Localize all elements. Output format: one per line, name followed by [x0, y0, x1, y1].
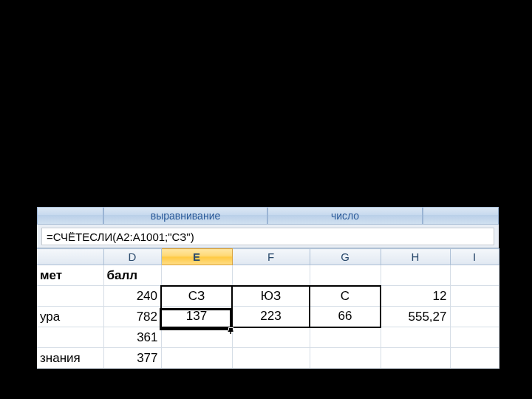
column-header-d[interactable]: D — [103, 249, 161, 265]
cell-g5[interactable] — [310, 348, 381, 369]
cell-g4[interactable] — [310, 327, 381, 348]
cell-c2[interactable] — [37, 286, 103, 307]
cell-g1[interactable] — [310, 265, 381, 286]
cell-h5[interactable] — [381, 348, 450, 369]
cell-e3[interactable]: 137 — [161, 307, 232, 327]
cell-e4[interactable] — [161, 327, 232, 348]
cell-h2[interactable]: 12 — [381, 286, 450, 307]
ribbon-group-number[interactable]: число — [267, 208, 423, 224]
cell-i5[interactable] — [450, 348, 499, 369]
spreadsheet-fragment: выравнивание число =СЧЁТЕСЛИ(A2:A1001;"С… — [37, 207, 499, 366]
cell-e2[interactable]: СЗ — [161, 286, 232, 307]
cell-g3[interactable]: 66 — [310, 307, 381, 327]
table-row: 361 — [37, 327, 499, 348]
table-row: мет балл — [37, 265, 499, 286]
cell-d4[interactable]: 361 — [103, 327, 161, 348]
cell-f1[interactable] — [232, 265, 310, 286]
ribbon-group-labels: выравнивание число — [37, 207, 499, 225]
column-headers: D E F G H I — [37, 249, 499, 265]
column-header-i[interactable]: I — [450, 249, 499, 265]
cell-i2[interactable] — [450, 286, 499, 307]
cell-i3[interactable] — [450, 307, 499, 327]
column-header-c[interactable] — [37, 249, 103, 265]
formula-input[interactable]: =СЧЁТЕСЛИ(A2:A1001;"СЗ") — [41, 228, 494, 245]
column-header-f[interactable]: F — [232, 249, 310, 265]
cell-d2[interactable]: 240 — [103, 286, 161, 307]
cell-f3[interactable]: 223 — [232, 307, 310, 327]
formula-bar: =СЧЁТЕСЛИ(A2:A1001;"СЗ") — [37, 225, 499, 248]
cells-grid[interactable]: D E F G H I мет балл 240 СЗ ЮЗ С 12 ура — [37, 248, 499, 369]
column-header-h[interactable]: H — [381, 249, 450, 265]
cell-f4[interactable] — [232, 327, 310, 348]
ribbon-group-styles[interactable] — [423, 208, 499, 224]
table-row: 240 СЗ ЮЗ С 12 — [37, 286, 499, 307]
cell-i4[interactable] — [450, 327, 499, 348]
cell-c1[interactable]: мет — [37, 265, 103, 286]
cell-g2[interactable]: С — [310, 286, 381, 307]
cell-c5[interactable]: знания — [37, 348, 103, 369]
ribbon-group-alignment[interactable]: выравнивание — [103, 208, 267, 224]
cell-e5[interactable] — [161, 348, 232, 369]
cell-f2[interactable]: ЮЗ — [232, 286, 310, 307]
cell-h1[interactable] — [381, 265, 450, 286]
cell-c3[interactable]: ура — [37, 307, 103, 327]
fill-cursor-icon: + — [228, 325, 233, 337]
column-header-g[interactable]: G — [310, 249, 381, 265]
table-row: ура 782 137 223 66 555,27 — [37, 307, 499, 327]
cell-d3[interactable]: 782 — [103, 307, 161, 327]
ribbon-group-font[interactable] — [37, 208, 103, 224]
cell-h4[interactable] — [381, 327, 450, 348]
cell-d5[interactable]: 377 — [103, 348, 161, 369]
cell-h3[interactable]: 555,27 — [381, 307, 450, 327]
cell-c4[interactable] — [37, 327, 103, 348]
cell-i1[interactable] — [450, 265, 499, 286]
cell-e1[interactable] — [161, 265, 232, 286]
cell-f5[interactable] — [232, 348, 310, 369]
column-header-e[interactable]: E — [161, 249, 232, 265]
cell-d1[interactable]: балл — [103, 265, 161, 286]
table-row: знания 377 — [37, 348, 499, 369]
